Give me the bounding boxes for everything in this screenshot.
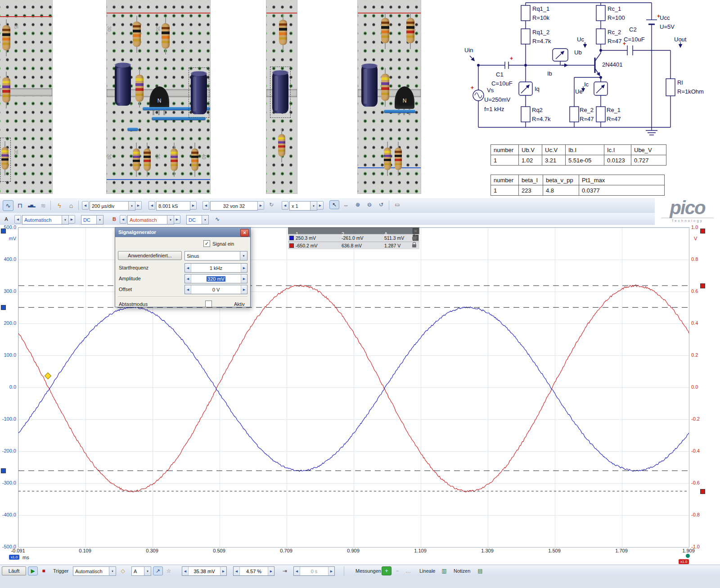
spin-right-icon[interactable]: ▶ <box>241 264 247 272</box>
buffer-next-button[interactable]: ▶ <box>257 201 264 210</box>
play-button[interactable]: ▶ <box>28 566 38 575</box>
amplitude-spinner[interactable]: ◀ 320 mV ▶ <box>184 274 248 283</box>
ruler-b-value-1: -650.2 mV <box>294 243 340 248</box>
channel-b-range-select[interactable]: Automatisch ▼ <box>127 215 174 224</box>
channel-a-coupling-select[interactable]: DC ▼ <box>81 215 104 224</box>
frequency-spinner[interactable]: ◀ 1 kHz ▶ <box>184 263 248 273</box>
add-measurement-button[interactable]: + <box>382 566 392 575</box>
offset-spinner[interactable]: ◀ 0 V ▶ <box>184 285 248 294</box>
rulers-button[interactable]: ▥ <box>439 566 449 575</box>
buffer-prev-button[interactable]: ◀ <box>202 201 209 210</box>
ruler-legend-overlay[interactable]: 1 2 Δ –× 250.3 mV -261.0 mV 511.3 mV -65… <box>288 227 419 249</box>
home-button[interactable]: ⌂ <box>66 200 76 211</box>
scope-view-button[interactable]: ∿ <box>3 200 14 211</box>
channel-a-range-select[interactable]: Automatisch ▼ <box>22 215 69 224</box>
remove-measurement-button[interactable]: − <box>392 566 402 575</box>
resistor <box>279 20 287 45</box>
chevron-down-icon[interactable]: ▼ <box>144 567 151 575</box>
marquee-zoom-button[interactable]: ▭ <box>392 200 402 209</box>
user-defined-button[interactable]: Anwenderdefiniert... <box>118 251 182 260</box>
lock-icon[interactable] <box>412 237 416 240</box>
channel-a-button[interactable]: A <box>2 215 11 224</box>
chevron-down-icon[interactable]: ▼ <box>310 202 317 210</box>
ruler-handle[interactable] <box>1 468 6 473</box>
trigger-level-spinner[interactable]: ◀ 35.38 mV ▶ <box>182 566 227 576</box>
legend-minimize-icon[interactable]: – <box>413 228 418 234</box>
right-axis-marker[interactable] <box>700 229 705 233</box>
spin-left-icon[interactable]: ◀ <box>185 274 191 283</box>
spectrum-view-button[interactable]: ▃▅▂ <box>26 200 37 211</box>
chevron-down-icon[interactable]: ▼ <box>202 215 208 224</box>
samples-prev-button[interactable]: ◀ <box>148 201 155 210</box>
waveform-channel-b <box>18 285 689 492</box>
pan-tool-button[interactable]: ↔ <box>341 200 351 209</box>
chevron-down-icon[interactable]: ▼ <box>167 215 174 224</box>
channel-b-button[interactable]: B <box>110 215 119 224</box>
square-view-button[interactable]: ⊓ <box>14 200 25 211</box>
trigger-marker-button[interactable]: ◇ <box>118 566 128 575</box>
chevron-down-icon[interactable]: ▼ <box>240 251 247 260</box>
persistence-view-button[interactable]: ≋ <box>38 200 49 211</box>
probe-setup-button[interactable]: ϟ <box>54 200 65 211</box>
zoom-in-button[interactable]: ⊕ <box>353 200 363 209</box>
buffer-overview-button[interactable]: ↻ <box>266 200 276 209</box>
spin-right-icon[interactable]: ▶ <box>220 567 226 575</box>
chevron-down-icon[interactable]: ▼ <box>62 215 68 224</box>
electrolytic-capacitor <box>115 63 131 106</box>
chevron-down-icon[interactable]: ▼ <box>128 202 135 210</box>
chevron-down-icon[interactable]: ▼ <box>109 567 116 575</box>
resistor <box>144 148 151 171</box>
zoom-undo-button[interactable]: ↺ <box>376 200 386 209</box>
right-axis-tick-label: -0.4 <box>691 448 709 453</box>
spin-left-icon[interactable]: ◀ <box>185 264 191 272</box>
spin-right-icon[interactable]: ▶ <box>268 567 274 575</box>
spin-left-icon[interactable]: ◀ <box>185 285 191 294</box>
timebase-next-button[interactable]: ▶ <box>135 201 142 210</box>
ellipsis-icon: … <box>405 568 411 574</box>
channel-a-range-prev[interactable]: ◀ <box>14 215 21 224</box>
buffer-nav-field[interactable]: 32 von 32 <box>210 201 258 211</box>
edit-measurement-button[interactable]: … <box>403 566 413 575</box>
spin-right-icon[interactable]: ▶ <box>241 285 247 294</box>
channel-a-range-next[interactable]: ▶ <box>68 215 75 224</box>
stop-button[interactable]: ■ <box>39 566 49 575</box>
trigger-source-select[interactable]: A ▼ <box>131 566 151 576</box>
timebase-prev-button[interactable]: ◀ <box>82 201 89 210</box>
zoom-select[interactable]: x 1 ▼ <box>289 201 317 211</box>
samples-next-button[interactable]: ▶ <box>190 201 197 210</box>
waveform-select[interactable]: Sinus ▼ <box>184 251 248 260</box>
sample-count-field[interactable]: 8.001 kS <box>156 201 190 211</box>
zero-delay-button[interactable]: ⇥ <box>280 566 290 575</box>
signal-generator-button[interactable]: ∿ <box>212 215 222 224</box>
channel-b-range-prev[interactable]: ◀ <box>120 215 126 224</box>
run-button[interactable]: Läuft <box>2 566 26 575</box>
notes-button[interactable]: ▤ <box>475 566 485 575</box>
zoom-next-button[interactable]: ▶ <box>317 201 324 210</box>
lightning-icon: ϟ <box>58 202 61 209</box>
lock-icon[interactable] <box>412 244 416 247</box>
close-icon[interactable]: × <box>240 229 249 237</box>
spin-left-icon[interactable]: ◀ <box>182 567 189 575</box>
ruler-a-value-1: 250.3 mV <box>294 235 340 241</box>
trigger-mode-select[interactable]: Automatisch ▼ <box>73 566 116 576</box>
zoom-out-button[interactable]: ⊖ <box>364 200 374 209</box>
ruler-handle[interactable] <box>700 283 705 288</box>
ruler-handle[interactable] <box>700 489 705 494</box>
ruler-handle[interactable] <box>1 305 6 310</box>
timebase-select[interactable]: 200 µs/div ▼ <box>90 201 135 211</box>
spin-right-icon[interactable]: ▶ <box>241 274 247 283</box>
spin-left-icon[interactable]: ◀ <box>234 567 240 575</box>
pretrigger-spinner[interactable]: ◀ 4.57 % ▶ <box>233 566 274 576</box>
advanced-trigger-button[interactable]: ☆ <box>164 566 174 575</box>
signal-on-checkbox[interactable]: ✓ <box>203 240 210 247</box>
select-tool-button[interactable]: ↖ <box>329 200 339 209</box>
trigger-toolbar: Läuft ▶ ■ Trigger Automatisch ▼ ◇ A ▼ ↗ … <box>0 565 720 577</box>
chevron-down-icon[interactable]: ▼ <box>96 215 103 224</box>
channel-b-range-next[interactable]: ▶ <box>174 215 180 224</box>
dialog-titlebar[interactable]: Signalgenerator × <box>115 228 250 237</box>
left-axis-marker[interactable] <box>1 229 6 233</box>
channel-b-coupling-select[interactable]: DC ▼ <box>186 215 209 224</box>
zoom-prev-button[interactable]: ◀ <box>282 201 288 210</box>
rising-edge-button[interactable]: ↗ <box>153 566 163 575</box>
sampling-active-checkbox[interactable] <box>205 301 212 307</box>
